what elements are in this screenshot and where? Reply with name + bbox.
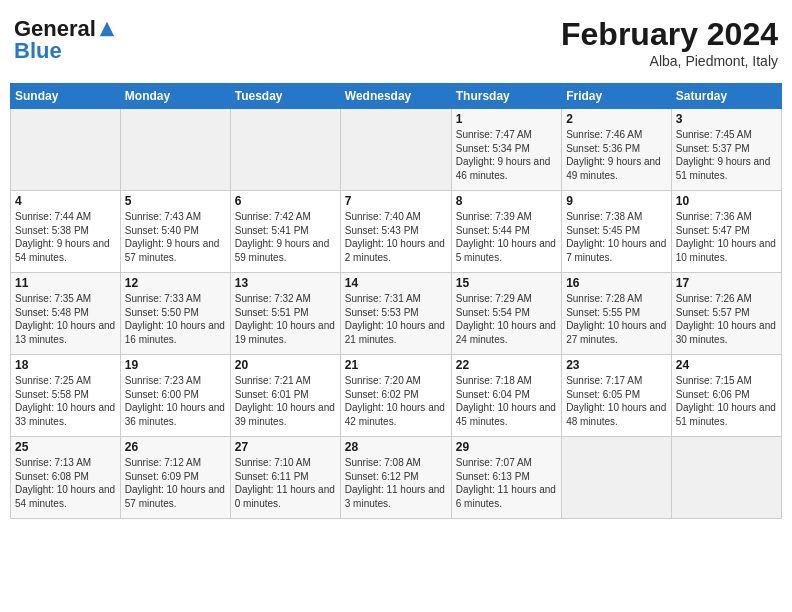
logo-icon xyxy=(98,20,116,38)
day-info: Sunrise: 7:10 AMSunset: 6:11 PMDaylight:… xyxy=(235,456,336,510)
col-header-wednesday: Wednesday xyxy=(340,84,451,109)
col-header-friday: Friday xyxy=(562,84,672,109)
calendar-cell: 19Sunrise: 7:23 AMSunset: 6:00 PMDayligh… xyxy=(120,355,230,437)
day-number: 1 xyxy=(456,112,557,126)
col-header-sunday: Sunday xyxy=(11,84,121,109)
day-info: Sunrise: 7:36 AMSunset: 5:47 PMDaylight:… xyxy=(676,210,777,264)
day-info: Sunrise: 7:26 AMSunset: 5:57 PMDaylight:… xyxy=(676,292,777,346)
day-number: 7 xyxy=(345,194,447,208)
day-info: Sunrise: 7:25 AMSunset: 5:58 PMDaylight:… xyxy=(15,374,116,428)
calendar-cell: 4Sunrise: 7:44 AMSunset: 5:38 PMDaylight… xyxy=(11,191,121,273)
calendar-week-5: 25Sunrise: 7:13 AMSunset: 6:08 PMDayligh… xyxy=(11,437,782,519)
day-info: Sunrise: 7:46 AMSunset: 5:36 PMDaylight:… xyxy=(566,128,667,182)
logo: General Blue xyxy=(14,16,120,64)
day-number: 5 xyxy=(125,194,226,208)
day-number: 19 xyxy=(125,358,226,372)
day-number: 29 xyxy=(456,440,557,454)
day-info: Sunrise: 7:28 AMSunset: 5:55 PMDaylight:… xyxy=(566,292,667,346)
day-number: 25 xyxy=(15,440,116,454)
calendar-cell: 21Sunrise: 7:20 AMSunset: 6:02 PMDayligh… xyxy=(340,355,451,437)
day-number: 10 xyxy=(676,194,777,208)
day-number: 18 xyxy=(15,358,116,372)
day-info: Sunrise: 7:23 AMSunset: 6:00 PMDaylight:… xyxy=(125,374,226,428)
day-number: 6 xyxy=(235,194,336,208)
location: Alba, Piedmont, Italy xyxy=(561,53,778,69)
calendar-cell: 15Sunrise: 7:29 AMSunset: 5:54 PMDayligh… xyxy=(451,273,561,355)
day-number: 3 xyxy=(676,112,777,126)
calendar-week-3: 11Sunrise: 7:35 AMSunset: 5:48 PMDayligh… xyxy=(11,273,782,355)
col-header-saturday: Saturday xyxy=(671,84,781,109)
day-number: 27 xyxy=(235,440,336,454)
day-number: 14 xyxy=(345,276,447,290)
day-info: Sunrise: 7:45 AMSunset: 5:37 PMDaylight:… xyxy=(676,128,777,182)
calendar-cell: 9Sunrise: 7:38 AMSunset: 5:45 PMDaylight… xyxy=(562,191,672,273)
day-info: Sunrise: 7:31 AMSunset: 5:53 PMDaylight:… xyxy=(345,292,447,346)
day-number: 22 xyxy=(456,358,557,372)
calendar-table: SundayMondayTuesdayWednesdayThursdayFrid… xyxy=(10,83,782,519)
day-number: 8 xyxy=(456,194,557,208)
calendar-cell: 29Sunrise: 7:07 AMSunset: 6:13 PMDayligh… xyxy=(451,437,561,519)
calendar-cell: 1Sunrise: 7:47 AMSunset: 5:34 PMDaylight… xyxy=(451,109,561,191)
day-info: Sunrise: 7:32 AMSunset: 5:51 PMDaylight:… xyxy=(235,292,336,346)
day-number: 26 xyxy=(125,440,226,454)
calendar-cell: 6Sunrise: 7:42 AMSunset: 5:41 PMDaylight… xyxy=(230,191,340,273)
col-header-thursday: Thursday xyxy=(451,84,561,109)
day-info: Sunrise: 7:42 AMSunset: 5:41 PMDaylight:… xyxy=(235,210,336,264)
calendar-cell xyxy=(120,109,230,191)
day-number: 21 xyxy=(345,358,447,372)
day-info: Sunrise: 7:40 AMSunset: 5:43 PMDaylight:… xyxy=(345,210,447,264)
day-info: Sunrise: 7:13 AMSunset: 6:08 PMDaylight:… xyxy=(15,456,116,510)
day-info: Sunrise: 7:35 AMSunset: 5:48 PMDaylight:… xyxy=(15,292,116,346)
day-info: Sunrise: 7:39 AMSunset: 5:44 PMDaylight:… xyxy=(456,210,557,264)
day-number: 23 xyxy=(566,358,667,372)
calendar-cell: 2Sunrise: 7:46 AMSunset: 5:36 PMDaylight… xyxy=(562,109,672,191)
day-info: Sunrise: 7:43 AMSunset: 5:40 PMDaylight:… xyxy=(125,210,226,264)
day-info: Sunrise: 7:12 AMSunset: 6:09 PMDaylight:… xyxy=(125,456,226,510)
calendar-cell xyxy=(230,109,340,191)
calendar-body: 1Sunrise: 7:47 AMSunset: 5:34 PMDaylight… xyxy=(11,109,782,519)
day-number: 12 xyxy=(125,276,226,290)
day-info: Sunrise: 7:08 AMSunset: 6:12 PMDaylight:… xyxy=(345,456,447,510)
month-title: February 2024 xyxy=(561,16,778,53)
calendar-cell xyxy=(11,109,121,191)
calendar-cell: 28Sunrise: 7:08 AMSunset: 6:12 PMDayligh… xyxy=(340,437,451,519)
calendar-cell: 3Sunrise: 7:45 AMSunset: 5:37 PMDaylight… xyxy=(671,109,781,191)
calendar-header: SundayMondayTuesdayWednesdayThursdayFrid… xyxy=(11,84,782,109)
logo-blue: Blue xyxy=(14,38,62,64)
calendar-cell: 14Sunrise: 7:31 AMSunset: 5:53 PMDayligh… xyxy=(340,273,451,355)
day-info: Sunrise: 7:07 AMSunset: 6:13 PMDaylight:… xyxy=(456,456,557,510)
day-number: 4 xyxy=(15,194,116,208)
month-title-block: February 2024 Alba, Piedmont, Italy xyxy=(561,16,778,69)
col-header-monday: Monday xyxy=(120,84,230,109)
calendar-cell: 22Sunrise: 7:18 AMSunset: 6:04 PMDayligh… xyxy=(451,355,561,437)
day-number: 2 xyxy=(566,112,667,126)
day-info: Sunrise: 7:29 AMSunset: 5:54 PMDaylight:… xyxy=(456,292,557,346)
day-info: Sunrise: 7:17 AMSunset: 6:05 PMDaylight:… xyxy=(566,374,667,428)
col-header-tuesday: Tuesday xyxy=(230,84,340,109)
calendar-week-2: 4Sunrise: 7:44 AMSunset: 5:38 PMDaylight… xyxy=(11,191,782,273)
header-row: SundayMondayTuesdayWednesdayThursdayFrid… xyxy=(11,84,782,109)
calendar-cell: 7Sunrise: 7:40 AMSunset: 5:43 PMDaylight… xyxy=(340,191,451,273)
calendar-cell xyxy=(671,437,781,519)
calendar-cell xyxy=(562,437,672,519)
day-info: Sunrise: 7:47 AMSunset: 5:34 PMDaylight:… xyxy=(456,128,557,182)
day-number: 24 xyxy=(676,358,777,372)
calendar-cell: 10Sunrise: 7:36 AMSunset: 5:47 PMDayligh… xyxy=(671,191,781,273)
calendar-cell: 18Sunrise: 7:25 AMSunset: 5:58 PMDayligh… xyxy=(11,355,121,437)
calendar-cell: 24Sunrise: 7:15 AMSunset: 6:06 PMDayligh… xyxy=(671,355,781,437)
page-header: General Blue February 2024 Alba, Piedmon… xyxy=(10,10,782,75)
calendar-cell: 25Sunrise: 7:13 AMSunset: 6:08 PMDayligh… xyxy=(11,437,121,519)
day-number: 16 xyxy=(566,276,667,290)
calendar-week-1: 1Sunrise: 7:47 AMSunset: 5:34 PMDaylight… xyxy=(11,109,782,191)
day-info: Sunrise: 7:20 AMSunset: 6:02 PMDaylight:… xyxy=(345,374,447,428)
day-info: Sunrise: 7:44 AMSunset: 5:38 PMDaylight:… xyxy=(15,210,116,264)
day-number: 9 xyxy=(566,194,667,208)
calendar-cell: 16Sunrise: 7:28 AMSunset: 5:55 PMDayligh… xyxy=(562,273,672,355)
calendar-cell: 17Sunrise: 7:26 AMSunset: 5:57 PMDayligh… xyxy=(671,273,781,355)
day-number: 13 xyxy=(235,276,336,290)
calendar-cell: 13Sunrise: 7:32 AMSunset: 5:51 PMDayligh… xyxy=(230,273,340,355)
calendar-cell: 8Sunrise: 7:39 AMSunset: 5:44 PMDaylight… xyxy=(451,191,561,273)
calendar-cell: 27Sunrise: 7:10 AMSunset: 6:11 PMDayligh… xyxy=(230,437,340,519)
calendar-cell: 23Sunrise: 7:17 AMSunset: 6:05 PMDayligh… xyxy=(562,355,672,437)
day-number: 20 xyxy=(235,358,336,372)
